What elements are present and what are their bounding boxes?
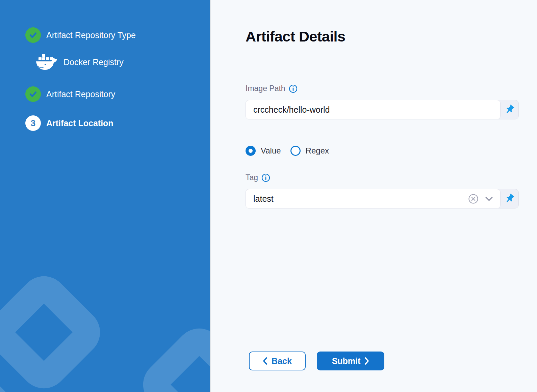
submit-button-label: Submit <box>332 356 361 366</box>
image-path-input[interactable] <box>246 100 500 119</box>
image-path-label: Image Path <box>246 84 285 93</box>
chevron-down-icon[interactable] <box>485 197 493 201</box>
tag-label: Tag <box>246 173 258 182</box>
page-title: Artifact Details <box>246 28 345 45</box>
step-artifact-repository-type[interactable]: Artifact Repository Type <box>25 27 136 43</box>
step-label: Artifact Repository Type <box>46 27 136 43</box>
chevron-left-icon <box>263 357 267 365</box>
radio-selected-icon <box>246 146 256 156</box>
wizard-actions: Back Submit <box>249 352 384 370</box>
chevron-right-icon <box>365 357 369 365</box>
tag-input[interactable] <box>246 189 468 208</box>
step-label: Docker Registry <box>63 54 124 70</box>
step-number-badge: 3 <box>25 115 41 131</box>
harness-logo-watermark <box>0 267 110 392</box>
tag-field <box>246 189 501 208</box>
check-circle-icon <box>25 27 41 43</box>
step-artifact-location[interactable]: 3 Artifact Location <box>25 115 113 131</box>
image-path-label-row: Image Path <box>246 84 298 93</box>
pin-runtime-input-button[interactable] <box>501 189 518 208</box>
clear-icon[interactable] <box>468 194 479 204</box>
match-type-radio-group: Value Regex <box>246 146 329 156</box>
radio-option-regex[interactable]: Regex <box>290 146 329 156</box>
image-path-input-group <box>246 100 519 119</box>
back-button-label: Back <box>272 356 292 366</box>
tag-input-group <box>246 189 519 208</box>
selected-registry-docker: Docker Registry <box>35 53 124 71</box>
step-artifact-repository[interactable]: Artifact Repository <box>25 86 115 102</box>
pin-runtime-input-button[interactable] <box>501 100 518 119</box>
radio-label: Regex <box>306 146 329 156</box>
docker-whale-icon <box>35 53 58 71</box>
harness-logo-watermark <box>133 319 210 392</box>
info-icon[interactable] <box>261 173 270 182</box>
info-icon[interactable] <box>289 84 298 93</box>
image-path-field <box>246 100 501 119</box>
radio-unselected-icon <box>290 146 301 156</box>
radio-label: Value <box>261 146 281 156</box>
submit-button[interactable]: Submit <box>317 352 384 370</box>
back-button[interactable]: Back <box>249 352 306 370</box>
tag-label-row: Tag <box>246 173 270 182</box>
artifact-details-panel: Artifact Details Image Path Value Regex <box>210 0 537 392</box>
radio-option-value[interactable]: Value <box>246 146 281 156</box>
step-label: Artifact Location <box>46 115 113 131</box>
wizard-sidebar: Artifact Repository Type Dock <box>0 0 210 392</box>
check-circle-icon <box>25 86 41 102</box>
step-label: Artifact Repository <box>46 86 115 102</box>
